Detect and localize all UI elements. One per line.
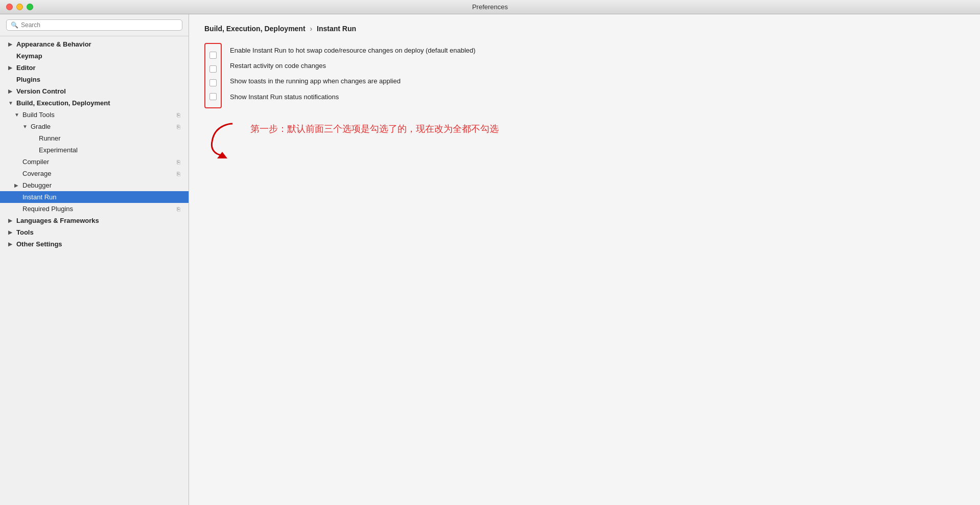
- breadcrumb: Build, Execution, Deployment › Instant R…: [204, 25, 965, 33]
- sidebar-item-label: Instant Run: [22, 193, 57, 201]
- checkbox-column: [204, 43, 222, 108]
- chevron-icon: ▶: [8, 41, 14, 47]
- sidebar-item-build-execution-deployment[interactable]: ▼Build, Execution, Deployment: [0, 97, 189, 109]
- checkbox-label-show-toasts: Show toasts in the running app when chan…: [230, 77, 401, 86]
- breadcrumb-current: Instant Run: [317, 25, 356, 33]
- search-bar: 🔍: [0, 14, 189, 36]
- chevron-icon: ▶: [8, 241, 14, 247]
- minimize-button[interactable]: [16, 4, 23, 10]
- checkbox-row-2: [208, 76, 218, 89]
- sidebar-item-instant-run[interactable]: Instant Run: [0, 191, 189, 203]
- chevron-icon: ▶: [8, 65, 14, 71]
- traffic-lights: [6, 4, 33, 10]
- search-input[interactable]: [21, 21, 178, 29]
- sidebar-item-other-settings[interactable]: ▶Other Settings: [0, 238, 189, 250]
- checkbox-enable-instant-run[interactable]: [209, 52, 217, 59]
- chevron-icon: ▶: [8, 88, 14, 94]
- checkbox-show-toasts[interactable]: [209, 79, 217, 86]
- sidebar-item-label: Build, Execution, Deployment: [16, 99, 110, 107]
- checkbox-show-status-notifications[interactable]: [209, 93, 217, 100]
- sidebar-item-appearance-behavior[interactable]: ▶Appearance & Behavior: [0, 38, 189, 50]
- sidebar-item-label: Compiler: [22, 158, 49, 166]
- checkbox-restart-activity[interactable]: [209, 65, 217, 73]
- label-row-1: Restart activity on code changes: [230, 58, 476, 74]
- sidebar-item-editor[interactable]: ▶Editor: [0, 62, 189, 74]
- red-arrow-icon: [204, 119, 240, 159]
- sidebar-item-label: Gradle: [31, 123, 51, 130]
- copy-icon: ⎘: [177, 206, 180, 212]
- sidebar-item-label: Debugger: [22, 181, 52, 189]
- checkbox-row-0: [208, 48, 218, 62]
- title-bar: Preferences: [0, 0, 980, 14]
- sidebar: 🔍 ▶Appearance & BehaviorKeymap▶EditorPlu…: [0, 14, 189, 505]
- label-row-3: Show Instant Run status notifications: [230, 89, 476, 105]
- chevron-icon: ▶: [14, 182, 20, 188]
- breadcrumb-parent: Build, Execution, Deployment: [204, 25, 306, 33]
- chevron-icon: ▼: [8, 100, 14, 106]
- settings-panel: Enable Instant Run to hot swap code/reso…: [204, 43, 965, 108]
- sidebar-item-label: Experimental: [39, 146, 78, 154]
- sidebar-item-debugger[interactable]: ▶Debugger: [0, 179, 189, 191]
- annotation-area: 第一步：默认前面三个选项是勾选了的，现在改为全都不勾选: [204, 119, 965, 159]
- sidebar-item-label: Appearance & Behavior: [16, 40, 91, 48]
- sidebar-item-label: Other Settings: [16, 240, 62, 248]
- sidebar-item-experimental[interactable]: Experimental: [0, 144, 189, 156]
- sidebar-item-keymap[interactable]: Keymap: [0, 50, 189, 62]
- sidebar-item-gradle[interactable]: ▼Gradle⎘: [0, 121, 189, 132]
- sidebar-item-required-plugins[interactable]: Required Plugins⎘: [0, 203, 189, 215]
- chevron-icon: ▶: [8, 218, 14, 223]
- label-row-0: Enable Instant Run to hot swap code/reso…: [230, 43, 476, 58]
- checkbox-label-show-status-notifications: Show Instant Run status notifications: [230, 93, 339, 102]
- sidebar-item-label: Tools: [16, 228, 34, 236]
- content-area: Build, Execution, Deployment › Instant R…: [189, 14, 980, 505]
- copy-icon: ⎘: [177, 171, 180, 177]
- sidebar-item-build-tools[interactable]: ▼Build Tools⎘: [0, 109, 189, 121]
- copy-icon: ⎘: [177, 112, 180, 118]
- sidebar-item-label: Required Plugins: [22, 205, 73, 213]
- chevron-icon: ▼: [22, 124, 29, 129]
- chevron-icon: ▼: [14, 112, 20, 118]
- sidebar-item-compiler[interactable]: Compiler⎘: [0, 156, 189, 168]
- label-row-2: Show toasts in the running app when chan…: [230, 74, 476, 89]
- sidebar-item-plugins[interactable]: Plugins: [0, 74, 189, 85]
- sidebar-item-label: Build Tools: [22, 111, 55, 119]
- sidebar-item-runner[interactable]: Runner: [0, 132, 189, 144]
- sidebar-item-label: Languages & Frameworks: [16, 217, 99, 224]
- sidebar-item-languages-frameworks[interactable]: ▶Languages & Frameworks: [0, 215, 189, 226]
- copy-icon: ⎘: [177, 159, 180, 165]
- checkbox-label-restart-activity: Restart activity on code changes: [230, 61, 326, 71]
- sidebar-item-label: Coverage: [22, 170, 51, 177]
- sidebar-item-label: Runner: [39, 134, 61, 142]
- sidebar-item-version-control[interactable]: ▶Version Control: [0, 85, 189, 97]
- chevron-icon: ▶: [8, 229, 14, 235]
- annotation-text: 第一步：默认前面三个选项是勾选了的，现在改为全都不勾选: [250, 123, 499, 135]
- sidebar-item-label: Plugins: [16, 76, 40, 83]
- checkbox-row-1: [208, 62, 218, 76]
- copy-icon: ⎘: [177, 124, 180, 130]
- sidebar-item-coverage[interactable]: Coverage⎘: [0, 168, 189, 179]
- search-icon: 🔍: [11, 21, 18, 29]
- checkbox-row-3: [208, 89, 218, 103]
- breadcrumb-separator: ›: [310, 25, 312, 33]
- sidebar-item-label: Keymap: [16, 52, 42, 60]
- nav-list: ▶Appearance & BehaviorKeymap▶EditorPlugi…: [0, 36, 189, 505]
- close-button[interactable]: [6, 4, 13, 10]
- labels-column: Enable Instant Run to hot swap code/reso…: [230, 43, 476, 108]
- sidebar-item-label: Editor: [16, 64, 36, 72]
- main-container: 🔍 ▶Appearance & BehaviorKeymap▶EditorPlu…: [0, 14, 980, 505]
- checkbox-label-enable-instant-run: Enable Instant Run to hot swap code/reso…: [230, 46, 476, 55]
- maximize-button[interactable]: [27, 4, 33, 10]
- sidebar-item-label: Version Control: [16, 87, 66, 95]
- search-input-wrapper[interactable]: 🔍: [6, 19, 182, 31]
- sidebar-item-tools[interactable]: ▶Tools: [0, 226, 189, 238]
- window-title: Preferences: [472, 3, 508, 11]
